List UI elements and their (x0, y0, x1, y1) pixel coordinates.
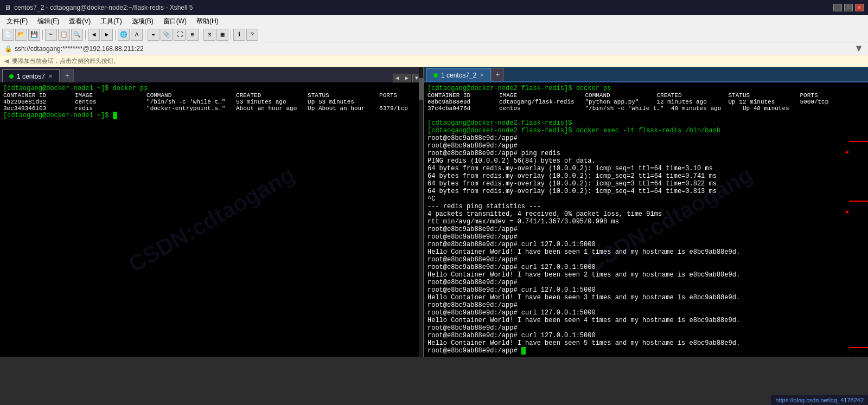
notice-bar: ◀ 要添加当前会话，点击左侧的箭头按钮。 (0, 55, 868, 67)
menu-options[interactable]: 选项(B) (127, 16, 158, 27)
right-line-4: [cdtaogang@docker-node2 flask-redis]$ do… (427, 127, 868, 134)
left-watermark: CSDN:cdtaogang (124, 162, 299, 278)
window-title: centos7_2 - cdtaogang@docker-node2:~/fla… (14, 4, 193, 11)
right-line-7: root@e8bc9ab88e9d:/app# ping redis (427, 150, 868, 157)
right-line-blank1 (427, 112, 868, 119)
right-line-header: CONTAINER ID IMAGE COMMAND CREATED STATU… (427, 92, 868, 99)
left-line-2: 3ec348346103 redis "docker-entrypoint.s…… (3, 105, 420, 112)
right-line-27: root@e8bc9ab88e9d:/app# (427, 301, 868, 309)
separator-3 (115, 30, 116, 40)
left-tab-nav-next[interactable]: ▶ (403, 74, 411, 82)
nav-back[interactable]: ◀ (88, 29, 100, 41)
close-button[interactable]: ✕ (855, 4, 864, 11)
left-line-0: [cdtaogang@docker-node1 ~]$ docker ps (3, 85, 420, 92)
right-line-25: root@e8bc9ab88e9d:/app# curl 127.0.0.1:5… (427, 286, 868, 294)
left-tab-nav-prev[interactable]: ◀ (393, 74, 401, 82)
right-line-17: root@e8bc9ab88e9d:/app# (427, 226, 868, 233)
resize-button[interactable]: ⛶ (174, 29, 186, 41)
lock-icon: 🔒 (4, 45, 12, 53)
right-line-26: Hello Container World! I have been seen … (427, 294, 868, 301)
right-line-32: Hello Container World! I have been seen … (427, 339, 868, 347)
left-tab-close[interactable]: ✕ (48, 73, 53, 79)
menu-window[interactable]: 窗口(W) (159, 16, 191, 27)
save-button[interactable]: 💾 (28, 29, 40, 41)
left-line-3: [cdtaogang@docker-node1 ~]$ (3, 112, 420, 119)
right-line-23: Hello Container World! I have been seen … (427, 271, 868, 279)
nav-forward[interactable]: ▶ (101, 29, 113, 41)
right-line-20: Hello Container World! I have been seen … (427, 248, 868, 256)
arrow-1: ➤ (844, 146, 850, 157)
dropdown-arrow[interactable]: ▼ (854, 43, 864, 54)
info-button[interactable]: ℹ (233, 29, 245, 41)
menu-bar: 文件(F) 编辑(E) 查看(V) 工具(T) 选项(B) 窗口(W) 帮助(H… (0, 15, 868, 27)
scissors-button[interactable]: ✂ (45, 29, 57, 41)
left-cursor (113, 112, 117, 119)
notice-text: 要添加当前会话，点击左侧的箭头按钮。 (12, 57, 119, 65)
right-line-30: root@e8bc9ab88e9d:/app# (427, 324, 868, 332)
right-line-2: 37c4cba0476d centos "/bin/sh -c 'while t… (427, 105, 868, 112)
status-bar: https://blog.csdn.net/qq_4178242 (771, 395, 868, 405)
attach-button[interactable]: 📎 (161, 29, 173, 41)
maximize-button[interactable]: □ (844, 4, 853, 11)
left-tab-centos7[interactable]: 1 centos7 ✕ (2, 69, 60, 82)
right-line-0: [cdtaogang@docker-node2 flask-redis]$ do… (427, 85, 868, 92)
left-scrollbar-thumb[interactable] (419, 78, 423, 100)
compose-button[interactable]: ✒ (148, 29, 159, 41)
left-line-header: CONTAINER ID IMAGE COMMAND CREATED STATU… (3, 92, 420, 99)
right-tab-centos7-2[interactable]: 1 centos7_2 ✕ (426, 68, 491, 81)
right-line-29: Hello Container World! I have been seen … (427, 317, 868, 324)
right-tab-close[interactable]: ✕ (480, 72, 484, 78)
layout-button[interactable]: ▦ (216, 29, 228, 41)
left-tab-nav: ◀ ▶ ▼ (393, 74, 421, 82)
minimize-button[interactable]: _ (833, 4, 842, 11)
window-controls[interactable]: _ □ ✕ (833, 4, 864, 11)
grid-button[interactable]: ⊞ (187, 29, 199, 41)
right-line-15: 4 packets transmitted, 4 received, 0% pa… (427, 210, 868, 218)
right-line-19: root@e8bc9ab88e9d:/app# curl 127.0.0.1:5… (427, 241, 868, 248)
new-button[interactable]: 📄 (2, 29, 14, 41)
right-tab-dot (433, 73, 438, 78)
font-button[interactable]: A (131, 29, 143, 41)
separator-5 (201, 30, 201, 40)
arrow-line-2 (849, 201, 868, 202)
right-line-6: root@e8bc9ab88e9d:/app# (427, 142, 868, 150)
status-url: https://blog.csdn.net/qq_4178242 (775, 397, 864, 403)
right-tab-add[interactable]: + (491, 68, 504, 81)
left-tab-add[interactable]: + (61, 69, 74, 82)
arrow-3: ➤ (844, 352, 850, 357)
separator-2 (85, 30, 86, 40)
separator-1 (42, 30, 43, 40)
open-button[interactable]: 📂 (15, 29, 27, 41)
left-line-1: 4b2296e81d32 centos "/bin/sh -c 'while t… (3, 99, 420, 105)
right-terminal-content[interactable]: CSDN:cdtaogang [cdtaogang@docker-node2 f… (424, 82, 868, 357)
pane-container: 1 centos7 ✕ + ◀ ▶ ▼ CSDN:cdtaogang [cdta… (0, 67, 868, 357)
right-line-10: 64 bytes from redis.my-overlay (10.0.0.2… (427, 172, 868, 180)
menu-file[interactable]: 文件(F) (2, 16, 32, 27)
right-line-14: --- redis ping statistics --- (427, 203, 868, 210)
app-icon: 🖥 (4, 4, 11, 11)
left-terminal-content[interactable]: CSDN:cdtaogang [cdtaogang@docker-node1 ~… (0, 82, 423, 357)
right-line-31: root@e8bc9ab88e9d:/app# curl 127.0.0.1:5… (427, 332, 868, 339)
menu-help[interactable]: 帮助(H) (192, 16, 223, 27)
arrow-line-1 (849, 141, 868, 142)
arrow-2: ➤ (844, 206, 850, 217)
left-terminal-pane: 1 centos7 ✕ + ◀ ▶ ▼ CSDN:cdtaogang [cdta… (0, 67, 423, 357)
menu-tools[interactable]: 工具(T) (96, 16, 126, 27)
right-line-5: root@e8bc9ab88e9d:/app# (427, 134, 868, 142)
toolbar: 📄 📂 💾 ✂ 📋 🔍 ◀ ▶ 🌐 A ✒ 📎 ⛶ ⊞ ⊡ ▦ ℹ ? (0, 27, 868, 42)
globe-button[interactable]: 🌐 (118, 29, 130, 41)
arrow-line-3 (849, 347, 868, 348)
find-button[interactable]: 🔍 (71, 29, 83, 41)
menu-edit[interactable]: 编辑(E) (33, 16, 63, 27)
help-button[interactable]: ? (246, 29, 258, 41)
menu-view[interactable]: 查看(V) (65, 16, 95, 27)
right-terminal-pane: 1 centos7_2 ✕ + ◀ ▶ ▼ CSDN:cdtaogang [cd… (423, 67, 868, 357)
copy-button[interactable]: 📋 (58, 29, 70, 41)
split-button[interactable]: ⊡ (203, 29, 215, 41)
right-cursor (521, 347, 526, 355)
right-line-13: ^C (427, 195, 868, 203)
title-bar: 🖥 centos7_2 - cdtaogang@docker-node2:~/f… (0, 0, 868, 15)
separator-4 (145, 30, 145, 40)
left-scrollbar[interactable] (419, 67, 423, 357)
right-line-24: root@e8bc9ab88e9d:/app# (427, 279, 868, 286)
